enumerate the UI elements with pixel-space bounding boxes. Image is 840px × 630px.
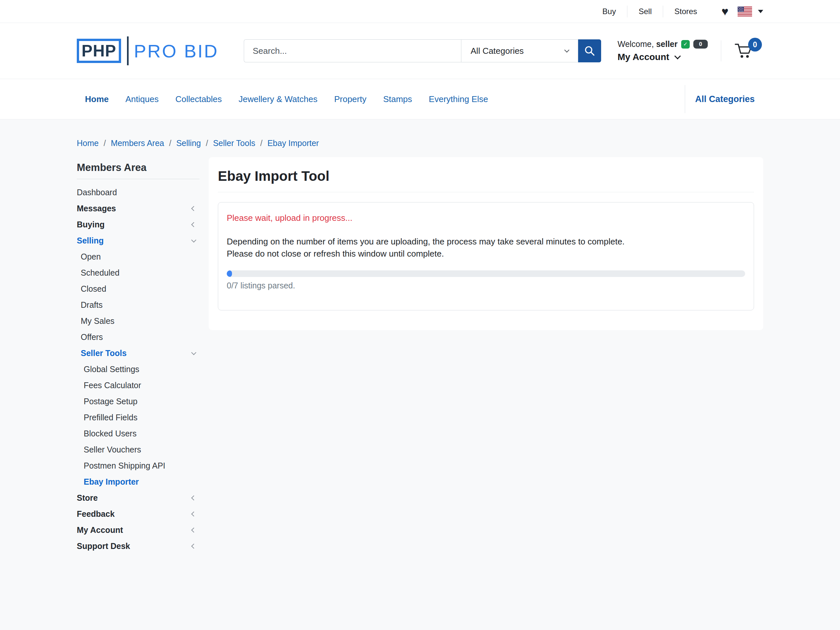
chevron-icon xyxy=(191,238,197,243)
sidebar-title: Members Area xyxy=(77,162,199,174)
cart-button[interactable]: 0 xyxy=(734,42,753,59)
search-button[interactable] xyxy=(578,39,601,62)
progress-fill xyxy=(227,270,232,277)
counter-badge: 0 xyxy=(693,40,708,49)
breadcrumb-item-home[interactable]: Home xyxy=(77,139,99,148)
sidebar-item-scheduled[interactable]: Scheduled xyxy=(77,265,199,281)
sidebar-item-open[interactable]: Open xyxy=(77,249,199,265)
sidebar-item-selling[interactable]: Selling xyxy=(77,233,199,249)
sidebar-item-my-account[interactable]: My Account xyxy=(77,522,199,538)
category-select[interactable]: All Categories xyxy=(461,39,578,62)
progress-bar xyxy=(227,270,745,277)
chevron-icon xyxy=(191,544,197,549)
sidebar-item-drafts[interactable]: Drafts xyxy=(77,297,199,313)
sidebar-item-feedback[interactable]: Feedback xyxy=(77,506,199,522)
sidebar-item-fees-calculator[interactable]: Fees Calculator xyxy=(77,377,199,393)
chevron-icon xyxy=(191,222,197,227)
sidebar-item-dashboard[interactable]: Dashboard xyxy=(77,185,199,201)
site-logo[interactable]: PHP PRO BID xyxy=(77,36,218,65)
sidebar-item-prefilled-fields[interactable]: Prefilled Fields xyxy=(77,409,199,426)
nav-item-property[interactable]: Property xyxy=(334,94,366,104)
my-account-menu[interactable]: My Account xyxy=(617,52,708,62)
php-logo-mark: PHP xyxy=(77,39,121,63)
sidebar-item-closed[interactable]: Closed xyxy=(77,281,199,297)
nav-item-antiques[interactable]: Antiques xyxy=(125,94,158,104)
sidebar-item-buying[interactable]: Buying xyxy=(77,216,199,233)
main-navigation: HomeAntiquesCollectablesJewellery & Watc… xyxy=(0,79,840,120)
alert-line-2: Please do not close or refresh this wind… xyxy=(227,248,745,260)
alert-line-1: Depending on the number of items you are… xyxy=(227,235,745,248)
topbar-link-sell[interactable]: Sell xyxy=(627,6,663,17)
breadcrumb-item-seller-tools[interactable]: Seller Tools xyxy=(201,139,255,148)
topbar-link-stores[interactable]: Stores xyxy=(663,6,708,17)
welcome-text: Welcome, seller xyxy=(617,39,677,49)
breadcrumb-item-ebay-importer[interactable]: Ebay Importer xyxy=(255,139,319,148)
sidebar-item-store[interactable]: Store xyxy=(77,490,199,506)
sidebar-item-support-desk[interactable]: Support Desk xyxy=(77,538,199,554)
sidebar-item-messages[interactable]: Messages xyxy=(77,201,199,216)
progress-status: 0/7 listings parsed. xyxy=(227,281,745,291)
nav-item-collectables[interactable]: Collectables xyxy=(175,94,222,104)
chevron-icon xyxy=(191,512,197,517)
nav-item-home[interactable]: Home xyxy=(85,94,109,104)
category-select-value: All Categories xyxy=(471,46,524,56)
upload-progress-panel: Please wait, upload in progress... Depen… xyxy=(218,202,754,310)
page-body: HomeMembers AreaSellingSeller ToolsEbay … xyxy=(0,120,840,554)
breadcrumb-item-selling[interactable]: Selling xyxy=(164,139,201,148)
sidebar-item-seller-vouchers[interactable]: Seller Vouchers xyxy=(77,442,199,458)
breadcrumb: HomeMembers AreaSellingSeller ToolsEbay … xyxy=(77,139,763,148)
chevron-down-icon xyxy=(564,47,570,53)
chevron-icon xyxy=(191,496,197,501)
search-icon xyxy=(584,45,595,57)
sidebar-item-postage-setup[interactable]: Postage Setup xyxy=(77,393,199,409)
search-bar: All Categories xyxy=(244,39,601,62)
chevron-icon xyxy=(191,206,197,211)
page-title: Ebay Import Tool xyxy=(218,168,754,184)
content-card: Ebay Import Tool Please wait, upload in … xyxy=(209,157,763,330)
sidebar-item-seller-tools[interactable]: Seller Tools xyxy=(77,345,199,361)
alert-heading: Please wait, upload in progress... xyxy=(227,213,745,223)
header-divider xyxy=(721,40,721,62)
nav-item-everything-else[interactable]: Everything Else xyxy=(429,94,488,104)
verified-badge-icon: ✓ xyxy=(681,40,690,49)
logo-text: PRO BID xyxy=(134,40,218,62)
all-categories-link[interactable]: All Categories xyxy=(685,94,763,104)
sidebar-item-ebay-importer[interactable]: Ebay Importer xyxy=(77,474,199,490)
us-flag-icon[interactable] xyxy=(737,6,752,16)
site-header: PHP PRO BID All Categories Welcome, sell… xyxy=(0,23,840,79)
sidebar-item-my-sales[interactable]: My Sales xyxy=(77,313,199,329)
nav-item-stamps[interactable]: Stamps xyxy=(383,94,412,104)
sidebar-item-global-settings[interactable]: Global Settings xyxy=(77,361,199,377)
nav-item-jewellery-watches[interactable]: Jewellery & Watches xyxy=(238,94,317,104)
cart-count-badge: 0 xyxy=(748,38,762,52)
sidebar-divider xyxy=(77,179,199,179)
breadcrumb-item-members-area[interactable]: Members Area xyxy=(99,139,164,148)
welcome-block: Welcome, seller ✓ 0 My Account xyxy=(617,39,708,62)
members-area-sidebar: Members Area Dashboard Messages xyxy=(77,157,199,554)
caret-down-icon[interactable] xyxy=(758,10,763,13)
username: seller xyxy=(656,39,677,49)
chevron-down-icon xyxy=(674,53,681,59)
logo-divider xyxy=(127,36,129,65)
title-divider xyxy=(218,192,754,192)
search-input[interactable] xyxy=(244,39,461,62)
chevron-icon xyxy=(191,350,197,355)
topbar-link-buy[interactable]: Buy xyxy=(591,6,627,17)
sidebar-item-offers[interactable]: Offers xyxy=(77,329,199,345)
heart-wishlist-icon[interactable]: ♥ xyxy=(722,6,728,17)
top-utility-bar: BuySellStores ♥ xyxy=(0,0,840,23)
sidebar-item-postmen-shipping-api[interactable]: Postmen Shipping API xyxy=(77,458,199,474)
chevron-icon xyxy=(191,527,197,533)
sidebar-item-blocked-users[interactable]: Blocked Users xyxy=(77,426,199,442)
